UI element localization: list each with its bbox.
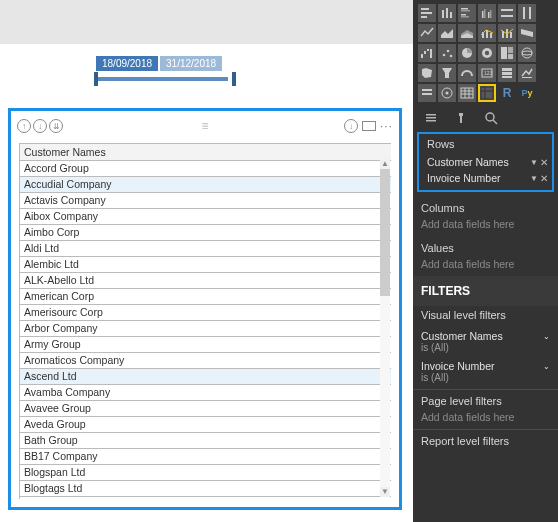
chevron-down-icon[interactable]: ▼	[530, 158, 538, 167]
svg-rect-63	[426, 117, 436, 119]
matrix-visual[interactable]: ↑ ↓ ⇊ ≡ ↓ ··· Customer Names Accord Grou…	[8, 108, 402, 510]
remove-field-icon[interactable]: ✕	[540, 157, 548, 168]
remove-field-icon[interactable]: ✕	[540, 173, 548, 184]
table-row[interactable]: Avavee Group	[20, 401, 391, 417]
expand-level-icon[interactable]: ⇊	[49, 119, 63, 133]
table-row[interactable]: Aibox Company	[20, 209, 391, 225]
table-row[interactable]: Aveda Group	[20, 417, 391, 433]
viz-clustered-bar-icon[interactable]	[458, 4, 476, 22]
table-row[interactable]: ALK-Abello Ltd	[20, 273, 391, 289]
viz-scatter-icon[interactable]	[438, 44, 456, 62]
report-level-filters[interactable]: Report level filters	[413, 432, 558, 453]
format-icon[interactable]	[453, 110, 469, 126]
viz-python-icon[interactable]: Py	[518, 84, 536, 102]
analytics-icon[interactable]	[483, 110, 499, 126]
table-row[interactable]: Bluezoom Group	[20, 497, 391, 499]
viz-multirow-card-icon[interactable]	[498, 64, 516, 82]
visual-scrollbar[interactable]: ▲ ▼	[380, 159, 390, 497]
more-options-icon[interactable]: ···	[380, 119, 393, 133]
table-row[interactable]: Blogspan Ltd	[20, 465, 391, 481]
svg-rect-54	[461, 88, 473, 98]
table-row[interactable]: Army Group	[20, 337, 391, 353]
viz-waterfall-icon[interactable]	[418, 44, 436, 62]
viz-100-stacked-bar-icon[interactable]	[498, 4, 516, 22]
table-row[interactable]: Arbor Company	[20, 321, 391, 337]
viz-line-clustered-column-icon[interactable]	[478, 24, 496, 42]
viz-donut-icon[interactable]	[478, 44, 496, 62]
viz-stacked-area-icon[interactable]	[458, 24, 476, 42]
scroll-thumb[interactable]	[380, 169, 390, 296]
table-row[interactable]: Accord Group	[20, 161, 391, 177]
chevron-down-icon[interactable]: ⌄	[543, 332, 550, 341]
viz-card-icon[interactable]: 123	[478, 64, 496, 82]
chevron-down-icon[interactable]: ▼	[530, 174, 538, 183]
viz-slicer-icon[interactable]	[418, 84, 436, 102]
scroll-up-icon[interactable]: ▲	[380, 159, 390, 169]
table-row[interactable]: Bath Group	[20, 433, 391, 449]
viz-filled-map-icon[interactable]	[418, 64, 436, 82]
table-row[interactable]: Amerisourc Corp	[20, 305, 391, 321]
focus-mode-icon[interactable]	[362, 121, 376, 131]
table-row[interactable]: Ascend Ltd	[20, 369, 391, 385]
table-header[interactable]: Customer Names	[20, 144, 391, 161]
viz-clustered-column-icon[interactable]	[478, 4, 496, 22]
divider	[413, 429, 558, 430]
svg-rect-13	[490, 10, 492, 18]
drill-up-icon[interactable]: ↑	[17, 119, 31, 133]
scroll-track[interactable]	[380, 169, 390, 487]
viz-map-icon[interactable]	[518, 44, 536, 62]
viz-matrix-icon[interactable]	[478, 84, 496, 102]
viz-r-script-icon[interactable]: R	[498, 84, 516, 102]
table-row[interactable]: Accudial Company	[20, 177, 391, 193]
drag-handle-icon[interactable]: ≡	[201, 119, 208, 133]
filter-customer-names[interactable]: Customer Names ⌄ is (All)	[413, 327, 558, 357]
viz-stacked-bar-icon[interactable]	[418, 4, 436, 22]
field-pill-invoice-number[interactable]: Invoice Number ▼✕	[427, 170, 548, 186]
rows-well[interactable]: Rows Customer Names ▼✕ Invoice Number ▼✕	[417, 132, 554, 192]
svg-rect-15	[501, 15, 513, 17]
slicer-handle-end[interactable]	[232, 72, 236, 86]
table-row[interactable]: Alembic Ltd	[20, 257, 391, 273]
slicer-handle-start[interactable]	[94, 72, 98, 86]
columns-well[interactable]: Columns Add data fields here	[413, 196, 558, 236]
viz-arcgis-map-icon[interactable]	[438, 84, 456, 102]
viz-line-icon[interactable]	[418, 24, 436, 42]
slicer-end-date[interactable]: 31/12/2018	[160, 56, 222, 71]
export-data-icon[interactable]: ↓	[344, 119, 358, 133]
field-pill-customer-names[interactable]: Customer Names ▼✕	[427, 154, 548, 170]
page-filters-placeholder: Add data fields here	[421, 409, 550, 423]
table-row[interactable]: Aromaticos Company	[20, 353, 391, 369]
viz-area-icon[interactable]	[438, 24, 456, 42]
viz-gallery: 123 R Py	[413, 0, 558, 108]
viz-stacked-column-icon[interactable]	[438, 4, 456, 22]
viz-pie-icon[interactable]	[458, 44, 476, 62]
table-row[interactable]: Aldi Ltd	[20, 241, 391, 257]
scroll-down-icon[interactable]: ▼	[380, 487, 390, 497]
svg-rect-10	[482, 11, 484, 18]
viz-gauge-icon[interactable]	[458, 64, 476, 82]
fields-well-icon[interactable]	[423, 110, 439, 126]
page-level-filters[interactable]: Page level filters Add data fields here	[413, 392, 558, 427]
filter-invoice-number[interactable]: Invoice Number ⌄ is (All)	[413, 357, 558, 387]
viz-100-stacked-column-icon[interactable]	[518, 4, 536, 22]
date-slicer[interactable]: 18/09/2018 31/12/2018	[96, 56, 228, 81]
viz-table-icon[interactable]	[458, 84, 476, 102]
table-row[interactable]: Blogtags Ltd	[20, 481, 391, 497]
table-row[interactable]: Aimbo Corp	[20, 225, 391, 241]
viz-treemap-icon[interactable]	[498, 44, 516, 62]
drill-down-icon[interactable]: ↓	[33, 119, 47, 133]
table-row[interactable]: Avamba Company	[20, 385, 391, 401]
table-row[interactable]: American Corp	[20, 289, 391, 305]
viz-ribbon-icon[interactable]	[518, 24, 536, 42]
table-row[interactable]: BB17 Company	[20, 449, 391, 465]
viz-kpi-icon[interactable]	[518, 64, 536, 82]
filters-title: FILTERS	[421, 282, 550, 298]
values-well[interactable]: Values Add data fields here	[413, 236, 558, 276]
chevron-down-icon[interactable]: ⌄	[543, 362, 550, 371]
viz-line-stacked-column-icon[interactable]	[498, 24, 516, 42]
svg-point-67	[486, 113, 494, 121]
viz-funnel-icon[interactable]	[438, 64, 456, 82]
table-row[interactable]: Actavis Company	[20, 193, 391, 209]
slicer-track[interactable]	[96, 77, 228, 81]
slicer-start-date[interactable]: 18/09/2018	[96, 56, 158, 71]
